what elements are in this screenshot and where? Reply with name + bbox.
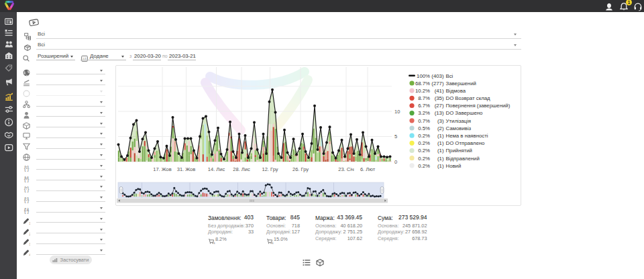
svg-text:8.7%: 8.7% [418,95,430,101]
svg-text:DO Возврат склад: DO Возврат склад [446,95,491,101]
svg-text:0.2%: 0.2% [418,148,430,154]
svg-text:0.2%: 0.2% [418,140,430,146]
svg-text:Завершений: Завершений [446,80,476,87]
svg-text:(27): (27) [435,103,444,109]
svg-text:(277): (277) [431,80,444,87]
svg-text:14. Лис: 14. Лис [208,166,225,172]
svg-text:100%: 100% [417,73,430,79]
svg-text:0.2%: 0.2% [418,156,430,162]
svg-text:Відмова: Відмова [446,88,466,94]
svg-text:68.7%: 68.7% [415,80,430,87]
svg-text:10.2%: 10.2% [415,88,430,94]
svg-text:(1): (1) [437,148,444,154]
svg-text:(41): (41) [435,88,444,94]
svg-text:12. Гру: 12. Гру [262,166,278,172]
svg-text:(35): (35) [435,95,444,101]
svg-text:Відправлений: Відправлений [446,156,480,162]
svg-text:(403): (403) [431,73,444,79]
svg-text:0: 0 [394,159,397,165]
svg-text:0.7%: 0.7% [418,118,430,124]
svg-text:6.7%: 6.7% [418,103,430,109]
svg-text:31. Жов: 31. Жов [177,166,196,172]
svg-text:23. Січ: 23. Січ [338,166,354,172]
svg-text:(3): (3) [437,118,444,124]
svg-text:Повернення (завершений): Повернення (завершений) [446,103,511,109]
svg-text:28. Лис: 28. Лис [233,166,250,172]
svg-text:0.5%: 0.5% [418,125,430,131]
svg-text:Всі: Всі [446,73,453,79]
svg-text:Самовивіз: Самовивіз [446,125,472,131]
svg-text:17. Жов: 17. Жов [153,166,172,172]
svg-text:Новий: Новий [446,163,462,169]
svg-text:10: 10 [394,109,400,115]
svg-text:5: 5 [394,133,397,140]
svg-text:0.2%: 0.2% [418,163,430,169]
svg-text:(1): (1) [437,140,444,146]
svg-text:Утилізація: Утилізація [446,118,472,124]
svg-text:0.2%: 0.2% [418,133,430,139]
svg-text:(1): (1) [437,156,444,162]
svg-text:(1): (1) [437,133,444,139]
svg-text:DO Завершено: DO Завершено [446,110,484,116]
svg-text:26. Гру: 26. Гру [292,166,309,172]
svg-text:3.2%: 3.2% [418,110,430,116]
svg-text:(13): (13) [435,110,444,116]
svg-text:(2): (2) [437,125,444,131]
svg-text:(1): (1) [437,163,444,169]
svg-text:6. Лют: 6. Лют [360,166,376,172]
svg-text:DO Отправлено: DO Отправлено [446,140,486,146]
svg-text:Прийнятий: Прийнятий [446,148,472,154]
svg-text:Нема в наявності: Нема в наявності [446,133,488,139]
